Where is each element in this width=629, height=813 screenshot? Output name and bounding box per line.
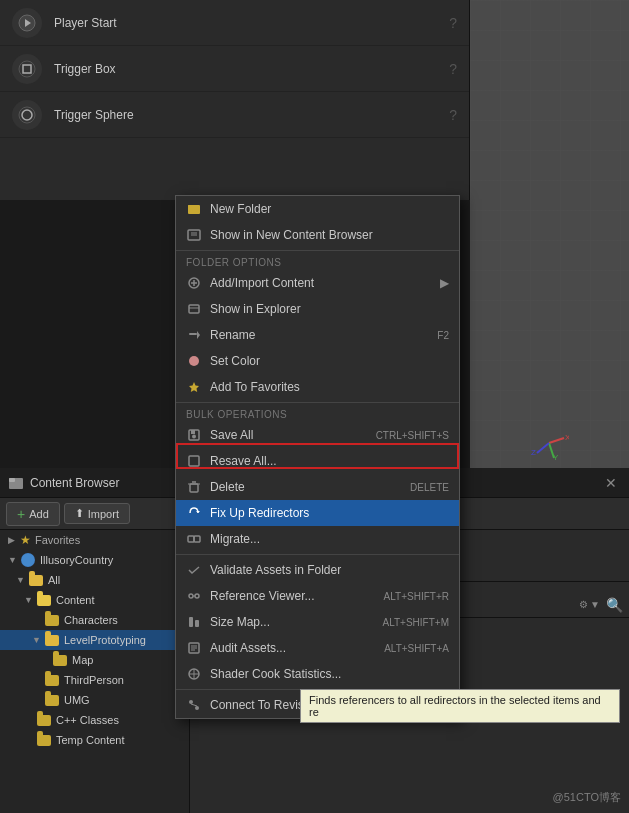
ctx-resave-all[interactable]: Resave All...	[176, 448, 459, 474]
ctx-show-explorer[interactable]: Show in Explorer	[176, 296, 459, 322]
tree-item-map[interactable]: Map	[0, 650, 189, 670]
ctx-fix-up[interactable]: Fix Up Redirectors	[176, 500, 459, 526]
favorites-star-icon: ★	[20, 533, 31, 547]
ctx-resave-all-label: Resave All...	[210, 454, 449, 468]
third-person-folder-icon	[44, 672, 60, 688]
ctx-fix-up-icon	[186, 505, 202, 521]
favorites-section[interactable]: ▶ ★ Favorites	[0, 530, 189, 550]
watermark: @51CTO博客	[553, 790, 621, 805]
ctx-add-favorites[interactable]: Add To Favorites	[176, 374, 459, 400]
ctx-bulk-header: BULK OPERATIONS	[176, 405, 459, 422]
tree-item-root[interactable]: ▼ IllusoryCountry	[0, 550, 189, 570]
ctx-audit-assets[interactable]: Audit Assets... ALT+SHIFT+A	[176, 635, 459, 661]
tree-item-level-prototyping[interactable]: ▼ LevelPrototyping	[0, 630, 189, 650]
ctx-new-folder[interactable]: New Folder	[176, 196, 459, 222]
umg-folder-icon	[44, 692, 60, 708]
close-tab-button[interactable]: ✕	[601, 473, 621, 493]
tree-item-all[interactable]: ▼ All	[0, 570, 189, 590]
svg-point-26	[189, 356, 199, 366]
ctx-save-all[interactable]: Save All CTRL+SHIFT+S	[176, 422, 459, 448]
ctx-show-explorer-icon	[186, 301, 202, 317]
import-icon: ⬆	[75, 507, 84, 520]
favorites-label: Favorites	[35, 534, 80, 546]
ctx-fix-up-label: Fix Up Redirectors	[210, 506, 449, 520]
svg-point-51	[195, 706, 199, 710]
svg-rect-42	[195, 620, 199, 627]
ctx-validate[interactable]: Validate Assets in Folder	[176, 557, 459, 583]
trigger-sphere-label: Trigger Sphere	[54, 108, 449, 122]
root-label: IllusoryCountry	[40, 554, 189, 566]
plus-icon: +	[17, 506, 25, 522]
all-label: All	[48, 574, 189, 586]
import-button-label: Import	[88, 508, 119, 520]
place-item-player-start[interactable]: Player Start ?	[0, 0, 469, 46]
svg-point-30	[192, 435, 196, 439]
ctx-new-folder-icon	[186, 201, 202, 217]
cpp-folder-icon	[36, 712, 52, 728]
trigger-box-icon	[12, 54, 42, 84]
ctx-size-map-label: Size Map...	[210, 615, 375, 629]
search-button[interactable]: 🔍	[606, 597, 623, 613]
svg-point-2	[19, 61, 35, 77]
ctx-audit-assets-icon	[186, 640, 202, 656]
tooltip-text: Finds referencers to all redirectors in …	[309, 694, 601, 718]
tree-item-cpp[interactable]: C++ Classes	[0, 710, 189, 730]
map-folder-icon	[52, 652, 68, 668]
tree-item-third-person[interactable]: ThirdPerson	[0, 670, 189, 690]
place-item-trigger-box[interactable]: Trigger Box ?	[0, 46, 469, 92]
ctx-reference-viewer[interactable]: Reference Viewer... ALT+SHIFT+R	[176, 583, 459, 609]
ctx-migrate[interactable]: Migrate...	[176, 526, 459, 552]
add-button[interactable]: + Add	[6, 502, 60, 526]
ctx-size-shortcut: ALT+SHIFT+M	[383, 617, 450, 628]
import-button[interactable]: ⬆ Import	[64, 503, 130, 524]
ctx-add-import[interactable]: Add/Import Content ▶	[176, 270, 459, 296]
ctx-rename[interactable]: Rename F2	[176, 322, 459, 348]
ctx-set-color-icon	[186, 353, 202, 369]
content-folder-icon	[36, 592, 52, 608]
ctx-show-new-cb[interactable]: Show in New Content Browser	[176, 222, 459, 248]
ctx-set-color-label: Set Color	[210, 354, 449, 368]
ctx-show-new-cb-icon	[186, 227, 202, 243]
ctx-sep-1	[176, 250, 459, 251]
ctx-save-shortcut: CTRL+SHIFT+S	[376, 430, 449, 441]
filter-button[interactable]: ⚙ ▼	[579, 599, 600, 610]
svg-rect-13	[9, 478, 15, 482]
trigger-sphere-icon	[12, 100, 42, 130]
ctx-delete[interactable]: Delete DELETE	[176, 474, 459, 500]
tree-item-umg[interactable]: UMG	[0, 690, 189, 710]
ctx-folder-options-header: FOLDER OPTIONS	[176, 253, 459, 270]
axis-gizmo: X Y Z	[529, 423, 569, 463]
ctx-migrate-label: Migrate...	[210, 532, 449, 546]
tree-item-temp[interactable]: Temp Content	[0, 730, 189, 750]
favorites-arrow-icon: ▶	[8, 535, 20, 545]
characters-label: Characters	[64, 614, 189, 626]
svg-text:X: X	[565, 433, 569, 442]
ctx-save-all-label: Save All	[210, 428, 368, 442]
ctx-add-import-label: Add/Import Content	[210, 276, 432, 290]
tree-item-content[interactable]: ▼ Content	[0, 590, 189, 610]
svg-rect-24	[189, 333, 197, 335]
ctx-add-import-icon	[186, 275, 202, 291]
trigger-box-help-icon: ?	[449, 61, 457, 77]
tooltip: Finds referencers to all redirectors in …	[300, 689, 620, 723]
ctx-show-explorer-label: Show in Explorer	[210, 302, 449, 316]
ctx-delete-icon	[186, 479, 202, 495]
ctx-set-color[interactable]: Set Color	[176, 348, 459, 374]
cpp-label: C++ Classes	[56, 714, 189, 726]
place-item-trigger-sphere[interactable]: Trigger Sphere ?	[0, 92, 469, 138]
ctx-shader-cook[interactable]: Shader Cook Statistics...	[176, 661, 459, 687]
ctx-rename-shortcut: F2	[437, 330, 449, 341]
ctx-rename-label: Rename	[210, 328, 429, 342]
svg-marker-35	[196, 511, 200, 513]
ctx-audit-assets-label: Audit Assets...	[210, 641, 376, 655]
context-menu: New Folder Show in New Content Browser F…	[175, 195, 460, 719]
ctx-reference-viewer-label: Reference Viewer...	[210, 589, 376, 603]
ctx-connect-revision-icon	[186, 697, 202, 713]
level-arrow-icon: ▼	[32, 635, 44, 645]
svg-rect-32	[190, 484, 198, 492]
svg-rect-41	[189, 617, 193, 627]
tree-item-characters[interactable]: Characters	[0, 610, 189, 630]
trigger-box-label: Trigger Box	[54, 62, 449, 76]
root-icon	[20, 552, 36, 568]
ctx-size-map[interactable]: Size Map... ALT+SHIFT+M	[176, 609, 459, 635]
